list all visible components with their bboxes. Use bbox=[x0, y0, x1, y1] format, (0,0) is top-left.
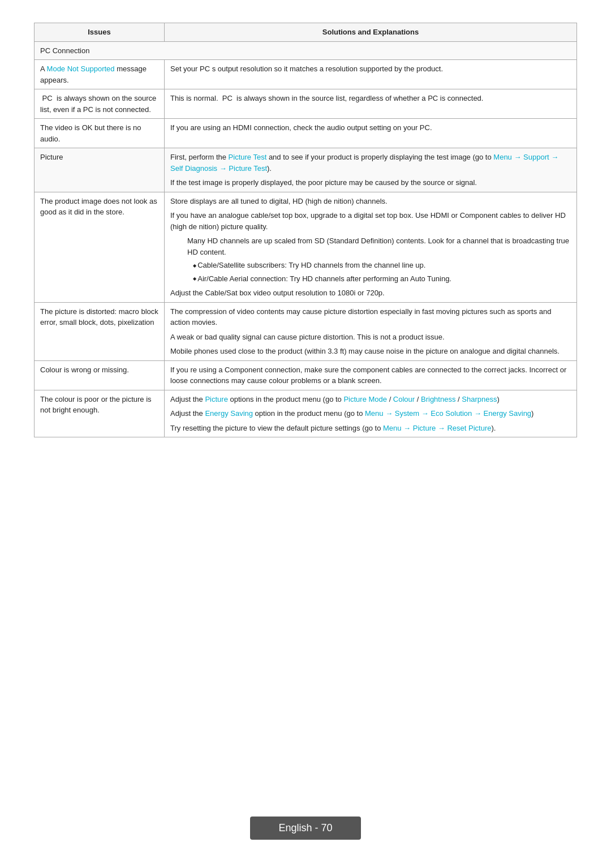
solution-cell: The compression of video contents may ca… bbox=[165, 302, 577, 360]
main-table: Issues Solutions and Explanations PC Con… bbox=[34, 23, 577, 437]
issue-cell: The product image does not look as good … bbox=[35, 192, 165, 302]
solution-cell: Store displays are all tuned to digital,… bbox=[165, 192, 577, 302]
menu-picture-link[interactable]: Menu → Picture → Reset Picture bbox=[383, 424, 491, 432]
table-row: PC is always shown on the source list, e… bbox=[35, 89, 577, 119]
table-row: The colour is poor or the picture is not… bbox=[35, 390, 577, 437]
issue-cell: The colour is poor or the picture is not… bbox=[35, 390, 165, 437]
table-row: The product image does not look as good … bbox=[35, 192, 577, 302]
col-header-issues: Issues bbox=[35, 23, 165, 42]
issue-cell: PC is always shown on the source list, e… bbox=[35, 89, 165, 119]
mode-not-supported-link[interactable]: Mode Not Supported bbox=[47, 65, 115, 73]
table-row: The picture is distorted: macro block er… bbox=[35, 302, 577, 360]
picture-solution: First, perform the Picture Test and to s… bbox=[165, 148, 577, 192]
section-picture: Picture First, perform the Picture Test … bbox=[35, 148, 577, 192]
brightness-link[interactable]: Brightness bbox=[421, 395, 455, 403]
solution-cell: Adjust the Picture options in the produc… bbox=[165, 390, 577, 437]
issue-cell: A Mode Not Supported message appears. bbox=[35, 60, 165, 89]
colour-link[interactable]: Colour bbox=[393, 395, 415, 403]
col-header-solutions: Solutions and Explanations bbox=[165, 23, 577, 42]
table-row: Colour is wrong or missing. If you re us… bbox=[35, 360, 577, 390]
footer: English - 70 bbox=[34, 811, 577, 845]
solution-cell: This is normal. PC is always shown in th… bbox=[165, 89, 577, 119]
menu-system-link[interactable]: Menu → System → Eco Solution → Energy Sa… bbox=[365, 409, 531, 418]
solution-cell: Set your PC s output resolution so it ma… bbox=[165, 60, 577, 89]
issue-cell: The video is OK but there is no audio. bbox=[35, 119, 165, 148]
picture-label: Picture bbox=[35, 148, 165, 192]
issue-cell: Colour is wrong or missing. bbox=[35, 360, 165, 390]
picture-test-link[interactable]: Picture Test bbox=[229, 153, 267, 161]
solution-cell: If you are using an HDMI connection, che… bbox=[165, 119, 577, 148]
sharpness-link[interactable]: Sharpness bbox=[462, 395, 497, 403]
issue-cell: The picture is distorted: macro block er… bbox=[35, 302, 165, 360]
table-row: The video is OK but there is no audio. I… bbox=[35, 119, 577, 148]
picture-mode-link[interactable]: Picture Mode bbox=[343, 395, 387, 403]
picture-link[interactable]: Picture bbox=[205, 395, 227, 403]
section-pc-connection: PC Connection bbox=[35, 41, 577, 60]
pc-connection-label: PC Connection bbox=[35, 41, 577, 60]
footer-label: English - 70 bbox=[250, 817, 360, 840]
solution-cell: If you re using a Component connection, … bbox=[165, 360, 577, 390]
energy-saving-link[interactable]: Energy Saving bbox=[205, 409, 253, 418]
page-wrapper: Issues Solutions and Explanations PC Con… bbox=[34, 23, 577, 845]
table-row: A Mode Not Supported message appears. Se… bbox=[35, 60, 577, 89]
